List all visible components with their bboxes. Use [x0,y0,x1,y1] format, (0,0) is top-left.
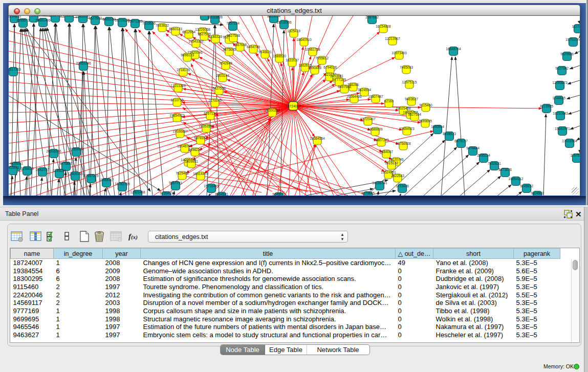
svg-text:4435061: 4435061 [10,162,23,165]
svg-text:9245071: 9245071 [272,192,286,195]
svg-text:6794028: 6794028 [323,65,337,69]
svg-text:1615132: 1615132 [385,161,398,165]
svg-text:17359924: 17359924 [69,147,84,151]
svg-text:15692971: 15692971 [555,127,570,130]
svg-text:9329966: 9329966 [560,52,574,56]
svg-text:10688609: 10688609 [367,127,383,131]
svg-text:2942757: 2942757 [36,168,49,171]
svg-text:15720407: 15720407 [360,117,376,121]
svg-text:9146821: 9146821 [258,50,272,54]
svg-text:2522543: 2522543 [391,174,404,178]
svg-text:20206536: 20206536 [46,149,61,153]
svg-text:19524851: 19524851 [381,170,396,174]
svg-text:18724007: 18724007 [286,104,301,108]
svg-text:25300293: 25300293 [265,108,280,112]
svg-text:3875685: 3875685 [223,48,236,51]
svg-text:9527564: 9527564 [408,113,421,116]
svg-text:16046788: 16046788 [177,144,192,148]
svg-text:7485063: 7485063 [400,65,413,69]
svg-text:10654112: 10654112 [509,177,524,181]
svg-text:9777169: 9777169 [333,78,346,81]
svg-text:15751074: 15751074 [565,38,580,41]
svg-text:7932621: 7932621 [488,162,501,165]
svg-text:9527508: 9527508 [227,34,240,37]
svg-text:8079645: 8079645 [361,191,375,195]
svg-text:1117205: 1117205 [572,25,580,28]
svg-text:8660123: 8660123 [169,27,182,31]
svg-text:9884067: 9884067 [380,150,393,154]
svg-text:14136141: 14136141 [372,181,387,185]
svg-text:10671355: 10671355 [127,19,143,23]
svg-text:9115460: 9115460 [419,103,432,107]
svg-text:16914479: 16914479 [193,172,208,176]
svg-text:8064521: 8064521 [215,192,228,195]
svg-text:1244415: 1244415 [552,96,565,100]
svg-text:8471676: 8471676 [498,168,512,171]
svg-text:10025458: 10025458 [396,106,411,110]
svg-text:8267130: 8267130 [204,112,217,115]
svg-text:10807487: 10807487 [368,95,383,98]
svg-text:9975867: 9975867 [59,162,73,165]
svg-text:20691406: 20691406 [35,18,51,22]
svg-text:1588520: 1588520 [273,54,286,58]
svg-text:12975115: 12975115 [402,80,417,84]
svg-text:16033809: 16033809 [207,16,223,19]
svg-text:19854923: 19854923 [169,114,185,117]
svg-text:6497568: 6497568 [338,85,351,89]
svg-text:7357224: 7357224 [226,21,239,25]
svg-text:16782759: 16782759 [115,182,130,186]
svg-text:9824502: 9824502 [531,191,544,195]
svg-text:1527602: 1527602 [89,16,102,20]
svg-text:20053346: 20053346 [76,61,91,65]
svg-text:2718176: 2718176 [177,68,190,72]
svg-text:9899695: 9899695 [419,119,432,123]
svg-text:3915941: 3915941 [9,166,19,169]
svg-text:9227342: 9227342 [555,67,569,70]
svg-text:16648764: 16648764 [446,47,461,51]
svg-text:15716485: 15716485 [204,184,219,188]
svg-text:19166827: 19166827 [172,129,188,133]
svg-text:2803144: 2803144 [216,74,229,77]
svg-text:9896123: 9896123 [181,53,194,57]
svg-text:62160: 62160 [384,99,394,103]
svg-text:1325419: 1325419 [287,29,300,33]
svg-text:12905155: 12905155 [68,172,83,176]
svg-text:5878352: 5878352 [194,136,207,140]
svg-text:8454749: 8454749 [247,45,260,49]
svg-text:7955812: 7955812 [315,56,329,60]
svg-text:10961758: 10961758 [305,48,320,51]
svg-text:16517203: 16517203 [9,68,21,71]
svg-text:2170045: 2170045 [208,99,222,102]
svg-text:1822037: 1822037 [286,58,299,62]
svg-text:8990448: 8990448 [308,66,321,70]
svg-text:6466160: 6466160 [102,17,116,21]
svg-text:19756928: 19756928 [396,142,411,145]
svg-text:7515526: 7515526 [142,21,156,25]
svg-text:16120746: 16120746 [388,158,404,161]
svg-text:9242848: 9242848 [219,61,232,65]
svg-text:12213369: 12213369 [170,84,186,87]
svg-text:7625402: 7625402 [176,171,189,175]
svg-text:8215955: 8215955 [540,104,553,108]
svg-text:8912954: 8912954 [182,30,195,34]
svg-text:8427552: 8427552 [212,86,226,90]
svg-text:10543382: 10543382 [188,39,204,43]
svg-text:1733426: 1733426 [396,184,409,188]
svg-text:18640910: 18640910 [296,38,312,41]
svg-text:1294803: 1294803 [9,16,21,18]
svg-text:19654923: 19654923 [399,127,415,130]
svg-text:6879197: 6879197 [454,139,468,143]
svg-text:20364436: 20364436 [346,95,362,98]
svg-text:8186328: 8186328 [209,35,222,38]
svg-text:16154808: 16154808 [376,25,391,28]
svg-text:8938923: 8938923 [443,132,456,136]
svg-text:18807249: 18807249 [374,138,389,142]
svg-text:2055571: 2055571 [16,18,30,22]
svg-text:12353594: 12353594 [199,124,214,128]
svg-text:1156819: 1156819 [20,167,34,170]
svg-text:2867608: 2867608 [233,43,247,47]
svg-text:2935114: 2935114 [477,154,490,157]
svg-text:19218506: 19218506 [276,20,292,24]
svg-text:2087682: 2087682 [365,16,379,19]
svg-text:17016504: 17016504 [562,139,577,143]
